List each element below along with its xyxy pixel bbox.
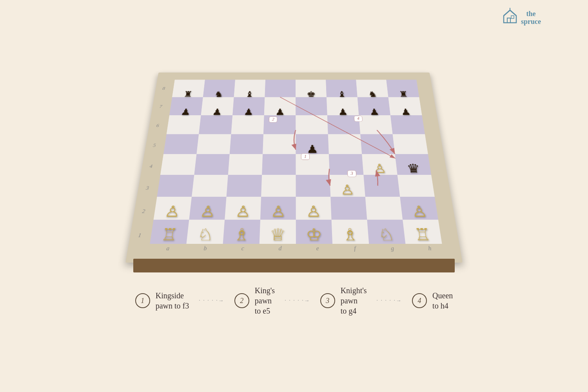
board-cell [363,175,400,197]
legend: 1 Kingsidepawn to f3 · · · · ·→ 2 King's… [0,274,588,328]
white-piece: ♙ [235,204,251,220]
board-cell [230,134,263,154]
board-cell [262,154,296,175]
board-cell [192,175,228,197]
white-piece: ♔ [306,226,323,243]
board-cell: ♟ [169,97,203,115]
board-cell: ♔ [296,220,332,244]
brand-name: thespruce [521,10,541,26]
svg-rect-1 [511,16,514,18]
board-frame: 8 7 6 5 4 3 2 1 ♜♞♝♚♝♞♜♟♟♟♟♟♟♟♟♙♛♙♙♙♙♙♙♙… [125,73,463,263]
white-piece: ♘ [196,226,214,243]
board-cell: ♜ [172,80,205,97]
legend-step-4: 4 Queento h4 [412,290,453,311]
step-text-1: Kingsidepawn to f3 [156,290,189,311]
board-cell [390,115,425,134]
board-cell: ♚ [296,80,327,97]
board-cell [360,134,395,154]
board-cell [393,134,428,154]
white-piece: ♙ [164,204,181,220]
black-piece: ♟ [400,107,411,116]
move-bubble-3: 3 [347,170,357,177]
step-circle-1: 1 [135,293,150,308]
step-text-3: Knight'spawnto g4 [341,285,367,316]
board-cell: ♗ [223,220,260,244]
board-cell [160,154,196,175]
board-cell: ♞ [356,80,388,97]
board-cell [329,154,364,175]
step-circle-2: 2 [234,293,249,308]
board-cell: ♟ [264,97,296,115]
board-cell: ♟ [388,97,422,115]
board-cell: ♘ [186,220,225,244]
board-cell: ♙ [189,197,226,220]
board-perspective: 8 7 6 5 4 3 2 1 ♜♞♝♚♝♞♜♟♟♟♟♟♟♟♟♙♛♙♙♙♙♙♙♙… [125,73,463,263]
step-text-2: King'spawnto e5 [255,285,275,316]
board-cell: ♙ [362,154,397,175]
white-piece: ♗ [233,226,250,243]
step-circle-3: 3 [320,293,335,308]
board-grid: ♜♞♝♚♝♞♜♟♟♟♟♟♟♟♟♙♛♙♙♙♙♙♙♙♖♘♗♕♔♗♘♖ [150,80,442,244]
step-arrow-3: · · · · ·→ [377,298,403,304]
white-piece: ♖ [413,226,432,243]
black-piece: ♞ [368,91,377,98]
board-cell: ♛ [395,154,432,175]
board-cell [227,175,262,197]
board-cell [157,175,194,197]
board-cell: ♜ [386,80,419,97]
black-piece: ♜ [183,91,193,98]
board-cell [231,115,264,134]
black-piece: ♞ [214,91,223,98]
brand-logo: thespruce [499,8,541,28]
board-cell [263,115,296,134]
legend-step-2: 2 King'spawnto e5 [234,285,275,316]
board-cell: ♟ [327,97,359,115]
white-piece: ♙ [306,204,321,220]
board-cell [167,115,201,134]
board-cell: ♙ [400,197,438,220]
board-cell: ♟ [296,134,328,154]
board-cell: ♟ [358,97,390,115]
board-cell [163,134,199,154]
svg-rect-0 [507,18,510,23]
board-cell [328,134,362,154]
board-cell [296,115,328,134]
black-piece: ♟ [369,107,380,116]
white-piece: ♙ [411,204,428,220]
black-piece: ♟ [275,107,285,116]
chess-board-container: 8 7 6 5 4 3 2 1 ♜♞♝♚♝♞♜♟♟♟♟♟♟♟♟♙♛♙♙♙♙♙♙♙… [98,11,490,270]
board-wrapper: 8 7 6 5 4 3 2 1 ♜♞♝♚♝♞♜♟♟♟♟♟♟♟♟♙♛♙♙♙♙♙♙♙… [118,11,470,263]
black-piece: ♛ [406,163,421,175]
white-piece: ♘ [377,226,396,243]
white-piece: ♕ [269,226,286,243]
move-bubble-2: 2 [269,116,278,122]
legend-step-3: 3 Knight'spawnto g4 [320,285,367,316]
board-cell [199,115,232,134]
board-cell: ♙ [260,197,296,220]
white-piece: ♙ [270,204,286,220]
board-cell: ♝ [234,80,265,97]
board-cell [397,175,435,197]
board-cell [263,134,296,154]
step-text-4: Queento h4 [432,290,453,311]
board-cell: ♙ [330,175,365,197]
step-arrow-2: · · · · ·→ [285,298,310,304]
black-piece: ♚ [307,91,316,98]
board-cell: ♝ [326,80,358,97]
board-cell: ♖ [150,220,189,244]
board-cell: ♗ [332,220,369,244]
board-cell: ♙ [225,197,261,220]
black-piece: ♟ [306,143,318,154]
white-piece: ♗ [341,226,359,243]
board-cell: ♖ [403,220,442,244]
white-piece: ♙ [199,204,216,220]
move-bubble-1: 1 [301,153,310,160]
board-cell [359,115,392,134]
black-piece: ♝ [337,91,347,98]
board-cell [296,97,327,115]
board-cell: ♙ [154,197,192,220]
black-piece: ♟ [243,107,254,116]
board-cell [296,175,331,197]
legend-step-1: 1 Kingsidepawn to f3 [135,290,189,311]
page-header: thespruce [0,0,588,7]
